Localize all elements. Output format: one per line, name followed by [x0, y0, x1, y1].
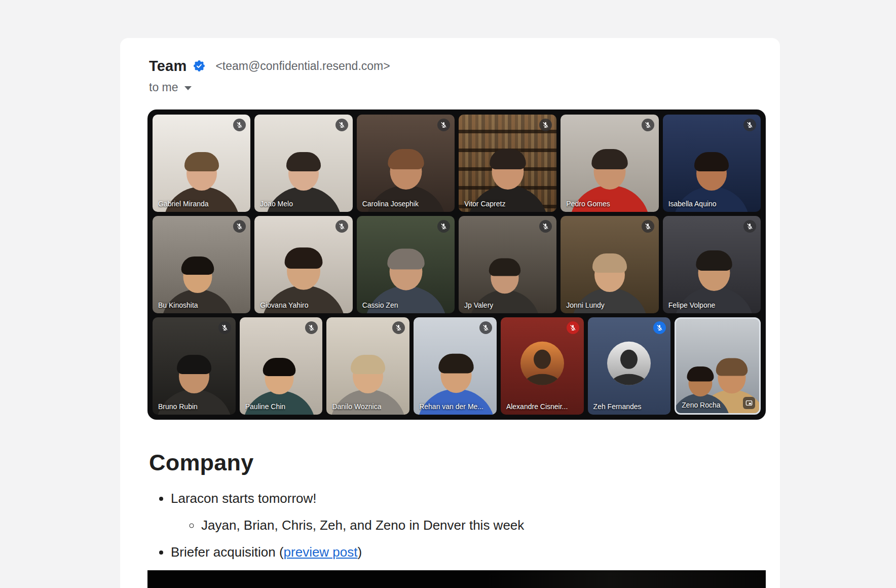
nested-list-item: Jayan, Brian, Chris, Zeh, and Zeno in De…	[201, 516, 765, 535]
verified-badge-icon	[193, 60, 205, 72]
sender-email: <team@confidential.resend.com>	[215, 59, 390, 73]
mic-off-icon	[392, 321, 405, 334]
participant-name: Gabriel Miranda	[158, 200, 209, 208]
list-item: Briefer acquisition (preview post)	[171, 543, 765, 562]
participant-name: Bu Kinoshita	[158, 301, 198, 309]
bullet-text: Jayan, Brian, Chris, Zeh, and Zeno in De…	[201, 518, 524, 533]
camera-off-avatar	[607, 342, 651, 385]
participant-name: Rehan van der Me...	[419, 402, 483, 411]
mic-off-icon	[642, 220, 654, 233]
participant-tile: Isabella Aquino	[663, 115, 761, 212]
participant-name: Zeno Rocha	[682, 401, 720, 409]
participant-tile: Joao Melo	[254, 115, 352, 212]
participant-tile: Rehan van der Me...	[414, 317, 497, 415]
bullet-text: )	[358, 544, 362, 560]
meet-grid-row: Bruno RubinPauline ChinDanilo WoznicaReh…	[153, 317, 761, 415]
participant-name: Carolina Josephik	[362, 200, 419, 208]
mic-off-icon	[567, 321, 579, 334]
participant-name: Giovana Yahiro	[260, 301, 308, 309]
participant-tile: Bu Kinoshita	[153, 216, 250, 313]
participant-name: Pauline Chin	[245, 402, 285, 411]
mic-off-icon	[743, 220, 756, 233]
participant-silhouette	[460, 224, 550, 313]
participant-tile: Vitor Capretz	[459, 115, 556, 212]
participant-name: Bruno Rubin	[158, 402, 198, 411]
mic-off-icon	[539, 220, 552, 233]
participant-name: Danilo Woznica	[332, 402, 381, 411]
camera-off-avatar	[520, 342, 564, 385]
meet-grid-row: Gabriel MirandaJoao MeloCarolina Josephi…	[153, 115, 761, 212]
participant-tile: Carolina Josephik	[357, 115, 455, 212]
mic-off-icon	[233, 220, 246, 233]
participant-tile: Pauline Chin	[240, 317, 323, 415]
participant-name: Cassio Zen	[362, 301, 398, 309]
participant-silhouette	[240, 322, 319, 415]
recipient-label: to me	[149, 81, 178, 94]
participant-tile: Cassio Zen	[357, 216, 455, 313]
mic-off-icon	[653, 321, 666, 334]
chevron-down-icon	[184, 86, 192, 90]
picture-in-picture-icon	[743, 397, 755, 409]
mic-off-icon	[437, 119, 450, 131]
participant-name: Vitor Capretz	[464, 200, 505, 208]
participant-tile: Jonni Lundy	[561, 216, 658, 313]
bullet-text: Briefer acquisition (	[171, 544, 284, 560]
participant-name: Zeh Fernandes	[593, 402, 642, 411]
participant-name: Isabella Aquino	[668, 200, 717, 208]
participant-name: Jonni Lundy	[566, 301, 605, 309]
list-item: Laracon starts tomorrow!Jayan, Brian, Ch…	[171, 489, 765, 535]
participant-name: Jp Valery	[464, 301, 493, 309]
recipient-dropdown[interactable]: to me	[149, 81, 765, 94]
mic-off-icon	[437, 220, 450, 233]
participant-name: Joao Melo	[260, 200, 293, 208]
participant-name: Alexandre Cisneir...	[506, 402, 568, 411]
sender-name: Team	[149, 58, 186, 75]
participant-tile: Pedro Gomes	[561, 115, 658, 212]
bullet-text: Laracon starts tomorrow!	[171, 491, 317, 506]
email-card: Team <team@confidential.resend.com> to m…	[120, 38, 780, 588]
meet-grid-image: Gabriel MirandaJoao MeloCarolina Josephi…	[147, 109, 766, 420]
mic-off-icon	[335, 220, 348, 233]
company-bullet-list: Laracon starts tomorrow!Jayan, Brian, Ch…	[149, 489, 765, 562]
participant-name: Felipe Volpone	[668, 301, 716, 309]
participant-tile: Jp Valery	[459, 216, 556, 313]
nested-bullet-list: Jayan, Brian, Chris, Zeh, and Zeno in De…	[171, 516, 765, 535]
participant-tile: Giovana Yahiro	[254, 216, 352, 313]
participant-tile: Felipe Volpone	[663, 216, 761, 313]
participant-tile: Alexandre Cisneir...	[501, 317, 584, 415]
participant-tile: Zeh Fernandes	[588, 317, 671, 415]
mic-off-icon	[479, 321, 492, 334]
participant-silhouette	[153, 221, 244, 313]
mic-off-icon	[218, 321, 231, 334]
embedded-dark-image	[147, 570, 766, 588]
participant-tile: Danilo Woznica	[326, 317, 409, 415]
meet-grid-row: Bu KinoshitaGiovana YahiroCassio ZenJp V…	[153, 216, 761, 313]
mic-off-icon	[743, 119, 756, 131]
email-from-line: Team <team@confidential.resend.com>	[149, 57, 765, 75]
mic-off-icon	[642, 119, 654, 131]
participant-name: Pedro Gomes	[566, 200, 610, 208]
mic-off-icon	[335, 119, 348, 131]
preview-post-link[interactable]: preview post	[284, 544, 358, 560]
section-heading: Company	[149, 450, 765, 476]
participant-tile: Zeno Rocha	[675, 317, 761, 415]
participant-tile: Gabriel Miranda	[153, 115, 250, 212]
participant-tile: Bruno Rubin	[153, 317, 236, 415]
